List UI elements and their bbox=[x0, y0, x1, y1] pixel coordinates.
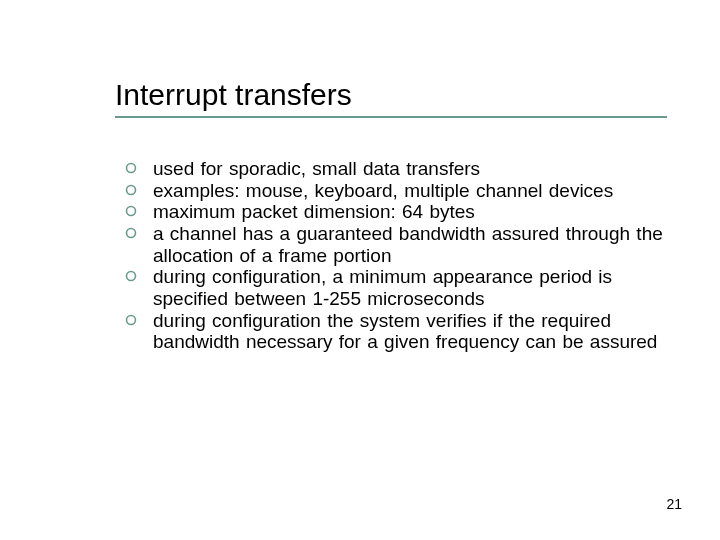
list-item: examples: mouse, keyboard, multiple chan… bbox=[125, 180, 670, 202]
page-number: 21 bbox=[666, 496, 682, 512]
bullet-text: a channel has a guaranteed bandwidth ass… bbox=[153, 223, 670, 266]
circle-bullet-icon bbox=[125, 310, 153, 326]
circle-bullet-icon bbox=[125, 266, 153, 282]
title-underline bbox=[115, 116, 667, 118]
bullet-text: used for sporadic, small data transfers bbox=[153, 158, 670, 180]
slide-title: Interrupt transfers bbox=[115, 78, 675, 112]
svg-point-2 bbox=[127, 207, 136, 216]
svg-point-0 bbox=[127, 164, 136, 173]
circle-bullet-icon bbox=[125, 201, 153, 217]
circle-bullet-icon bbox=[125, 158, 153, 174]
circle-bullet-icon bbox=[125, 180, 153, 196]
list-item: used for sporadic, small data transfers bbox=[125, 158, 670, 180]
circle-bullet-icon bbox=[125, 223, 153, 239]
bullet-text: during configuration the system verifies… bbox=[153, 310, 670, 353]
svg-point-3 bbox=[127, 228, 136, 237]
bullet-text: during configuration, a minimum appearan… bbox=[153, 266, 670, 309]
list-item: during configuration the system verifies… bbox=[125, 310, 670, 353]
bullet-text: examples: mouse, keyboard, multiple chan… bbox=[153, 180, 670, 202]
slide-body: used for sporadic, small data transfers … bbox=[125, 158, 670, 353]
svg-point-4 bbox=[127, 272, 136, 281]
list-item: during configuration, a minimum appearan… bbox=[125, 266, 670, 309]
title-block: Interrupt transfers bbox=[115, 78, 675, 118]
slide: Interrupt transfers used for sporadic, s… bbox=[0, 0, 720, 540]
svg-point-5 bbox=[127, 315, 136, 324]
list-item: maximum packet dimension: 64 bytes bbox=[125, 201, 670, 223]
list-item: a channel has a guaranteed bandwidth ass… bbox=[125, 223, 670, 266]
bullet-text: maximum packet dimension: 64 bytes bbox=[153, 201, 670, 223]
svg-point-1 bbox=[127, 185, 136, 194]
